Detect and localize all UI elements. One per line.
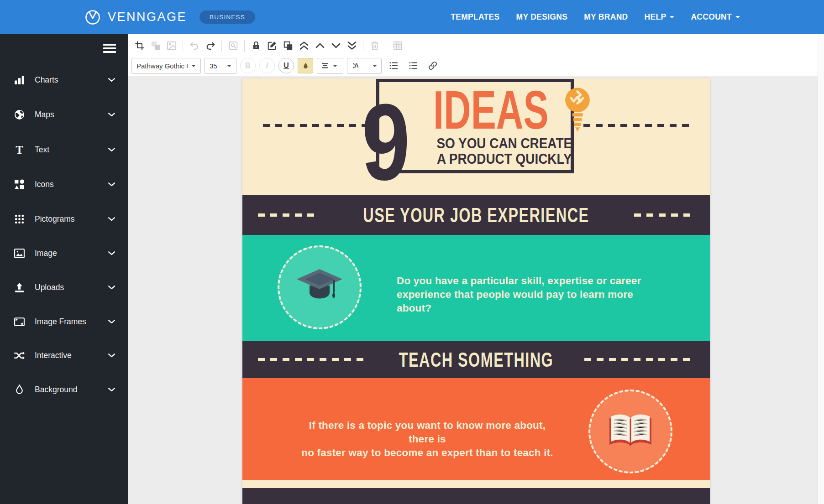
top-navbar: VENNGAGE BUSINESS TEMPLATES MY DESIGNS M… [0,0,824,34]
send-to-back-icon[interactable] [344,38,360,54]
underline-button[interactable]: U [278,58,294,73]
undo-icon[interactable] [186,38,202,54]
toolbar-divider [183,40,183,52]
replace-image-icon[interactable] [147,38,163,54]
scrollbar-track[interactable] [818,34,824,504]
upload-icon [14,282,25,293]
chevron-down-icon [107,110,116,119]
chevron-down-icon [107,283,116,292]
delete-icon[interactable] [367,38,383,54]
lock-icon[interactable] [248,38,264,54]
send-backward-icon[interactable] [328,38,344,54]
image-icon [14,248,25,259]
band-label[interactable]: TEACH SOMETHING [399,348,553,372]
nav-help[interactable]: HELP [645,12,675,22]
redo-icon[interactable] [202,38,218,54]
chevron-down-icon [107,180,116,189]
band-label[interactable]: USE YOUR JOB EXPERIENCE [363,203,589,227]
caret-down-icon [227,65,231,69]
dashed-line [584,358,694,361]
droplet-icon [14,384,25,395]
bring-forward-icon[interactable] [312,38,328,54]
sidebar-item-image[interactable]: Image [0,243,128,263]
chevron-down-icon [107,317,116,326]
unordered-list-icon[interactable] [405,58,421,74]
font-family-select[interactable]: Pathway Gothic O... [131,58,201,74]
italic-button[interactable]: I [259,58,275,73]
chevron-down-icon [107,351,116,360]
sidebar-item-uploads[interactable]: Uploads [0,277,128,297]
teal-section-text[interactable]: Do you have a particular skill, expertis… [397,274,661,315]
text-align-select[interactable] [317,58,343,74]
sidebar-item-image-frames[interactable]: Image Frames [0,312,128,332]
chevron-down-icon [107,385,116,394]
section-band-take-courses[interactable]: TAKE COURSES [242,488,710,504]
nav-account[interactable]: ACCOUNT [691,12,740,22]
title-word[interactable]: IDEAS [433,88,548,131]
dot-grid-icon [14,213,25,225]
letter-spacing-select[interactable]: A [347,58,382,74]
sidebar-item-interactive[interactable]: Interactive [0,345,128,365]
caret-down-icon [191,65,196,69]
title-number[interactable]: 9 [362,100,410,185]
sidebar-item-pictograms[interactable]: Pictograms [0,209,128,229]
bold-button[interactable]: B [240,58,256,73]
brand-wordmark[interactable]: VENNGAGE [108,10,187,24]
business-badge[interactable]: BUSINESS [199,10,255,24]
svg-text:T: T [16,144,23,156]
svg-text:A: A [354,62,359,69]
edit-icon[interactable] [264,38,280,54]
bring-to-front-icon[interactable] [296,38,312,54]
toolbar-divider [386,40,386,52]
nav-my-brand[interactable]: MY BRAND [584,12,628,22]
sidebar-item-text[interactable]: T Text [0,140,128,160]
sidebar-item-background[interactable]: Background [0,379,128,400]
image-frame-icon [14,316,25,327]
droplet-icon [302,62,310,70]
ordered-list-icon[interactable] [385,58,401,74]
shuffle-icon [14,350,25,361]
venngage-editor: VENNGAGE BUSINESS TEMPLATES MY DESIGNS M… [0,0,824,504]
chevron-down-icon [107,145,116,154]
canvas-gap[interactable] [242,480,710,488]
image-preview-icon[interactable] [225,38,241,54]
link-icon[interactable] [425,58,441,74]
caret-down-icon [373,65,377,69]
text-color-button[interactable] [298,58,313,73]
dashed-line [258,213,318,217]
open-book-badge[interactable] [588,390,672,473]
nav-templates[interactable]: TEMPLATES [451,12,499,22]
title-subtitle[interactable]: SO YOU CAN CREATE A PRODUCT QUICKLY [436,136,572,167]
dashed-line [583,124,691,127]
sidebar-item-icons[interactable]: Icons [0,174,128,194]
caret-down-icon [735,16,740,21]
sidebar-item-charts[interactable]: Charts [0,70,128,90]
toolbar-divider [363,40,363,52]
crop-icon[interactable] [131,38,147,54]
toolbar-divider [244,40,245,52]
section-band-teach-something[interactable]: TEACH SOMETHING [242,341,710,378]
caret-down-icon [333,65,337,69]
venngage-logo-icon[interactable] [85,10,100,25]
duplicate-icon[interactable] [280,38,296,54]
band-label[interactable]: TAKE COURSES [414,499,538,504]
section-band-use-your-job-experience[interactable]: USE YOUR JOB EXPERIENCE [242,195,710,235]
image-icon[interactable] [163,38,179,54]
nav-my-designs[interactable]: MY DESIGNS [516,12,568,22]
open-book-icon [605,412,656,451]
sidebar-item-maps[interactable]: Maps [0,104,128,125]
design-canvas[interactable]: 9 IDEAS SO YOU CAN CREATE [242,78,710,504]
position-grid-icon[interactable] [389,38,405,54]
shapes-icon [14,179,25,190]
navbar-menu: TEMPLATES MY DESIGNS MY BRAND HELP ACCOU… [451,0,740,34]
graduation-cap-badge[interactable] [278,245,362,329]
chevron-down-icon [107,76,116,84]
font-size-select[interactable]: 35 [205,58,236,74]
toolbar-divider [221,40,222,52]
toolbar-row-text: Pathway Gothic O... 35 B I U A [131,57,441,74]
left-sidebar: Charts Maps T Text Icons Pictograms Imag… [0,34,128,504]
orange-section-text[interactable]: If there is a topic you want to know mor… [297,419,557,460]
hamburger-menu-icon[interactable] [103,44,116,53]
caret-down-icon [670,16,674,21]
title-block[interactable]: 9 IDEAS SO YOU CAN CREATE [376,79,574,173]
